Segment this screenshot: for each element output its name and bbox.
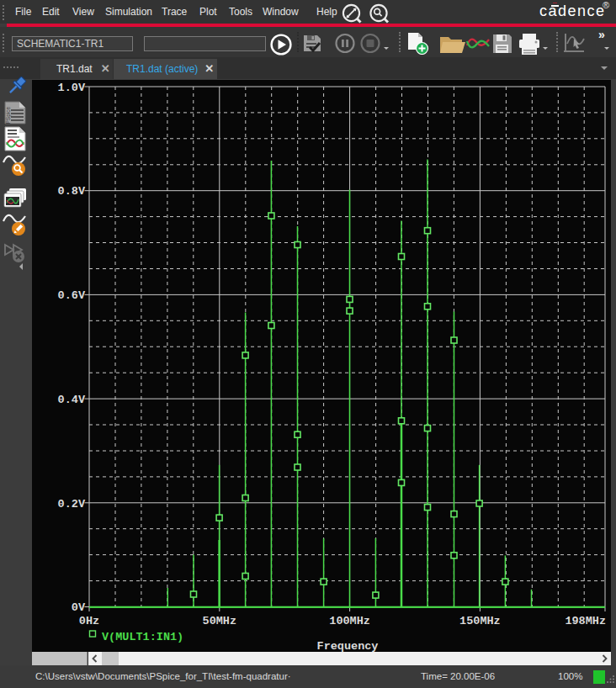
svg-text:V(MULT1:IN1): V(MULT1:IN1) [102, 631, 183, 643]
svg-text:1.0V: 1.0V [58, 82, 86, 94]
svg-text:0.6V: 0.6V [58, 289, 86, 302]
svg-text:0.4V: 0.4V [58, 394, 86, 406]
svg-text:PSpice: PSpice [5, 107, 12, 124]
svg-text:0V: 0V [72, 601, 86, 614]
svg-text:150MHz: 150MHz [459, 615, 501, 627]
svg-text:0Hz: 0Hz [79, 615, 99, 627]
svg-text:0.2V: 0.2V [58, 498, 86, 511]
svg-text:0.8V: 0.8V [58, 185, 86, 198]
svg-text:50MHz: 50MHz [203, 615, 237, 627]
svg-text:100MHz: 100MHz [329, 615, 370, 627]
svg-text:198MHz: 198MHz [565, 615, 606, 627]
svg-text:Frequency: Frequency [317, 640, 379, 653]
